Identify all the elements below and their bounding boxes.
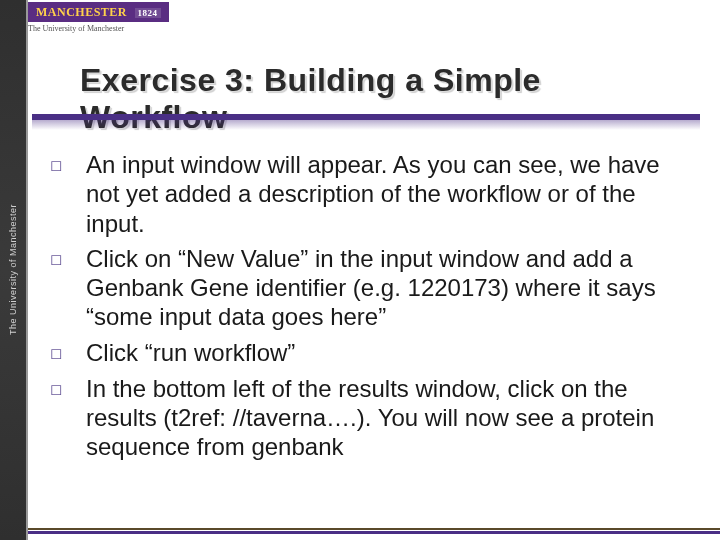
title-underline [32, 114, 700, 120]
footer-band-purple [28, 531, 720, 534]
bullet-icon: ◻ [44, 374, 86, 404]
list-item: ◻ Click on “New Value” in the input wind… [44, 244, 690, 332]
list-item: ◻ In the bottom left of the results wind… [44, 374, 690, 462]
footer-band-gold [28, 528, 720, 530]
brand-badge: MANCHESTER 1824 [28, 2, 169, 22]
bullet-text: Click “run workflow” [86, 338, 690, 367]
bullet-text: In the bottom left of the results window… [86, 374, 690, 462]
list-item: ◻ Click “run workflow” [44, 338, 690, 368]
sidebar-strip: The University of Manchester [0, 0, 28, 540]
bullet-text: Click on “New Value” in the input window… [86, 244, 690, 332]
brand-name: MANCHESTER [36, 5, 127, 19]
bullet-icon: ◻ [44, 150, 86, 180]
footer-bands [0, 528, 720, 534]
bullet-list: ◻ An input window will appear. As you ca… [44, 150, 690, 467]
bullet-icon: ◻ [44, 338, 86, 368]
bullet-text: An input window will appear. As you can … [86, 150, 690, 238]
brand-year: 1824 [135, 8, 161, 18]
brand-logo: MANCHESTER 1824 The University of Manche… [28, 2, 169, 33]
list-item: ◻ An input window will appear. As you ca… [44, 150, 690, 238]
bullet-icon: ◻ [44, 244, 86, 274]
slide: The University of Manchester MANCHESTER … [0, 0, 720, 540]
sidebar-text: The University of Manchester [8, 204, 18, 335]
brand-subtitle: The University of Manchester [28, 24, 169, 33]
